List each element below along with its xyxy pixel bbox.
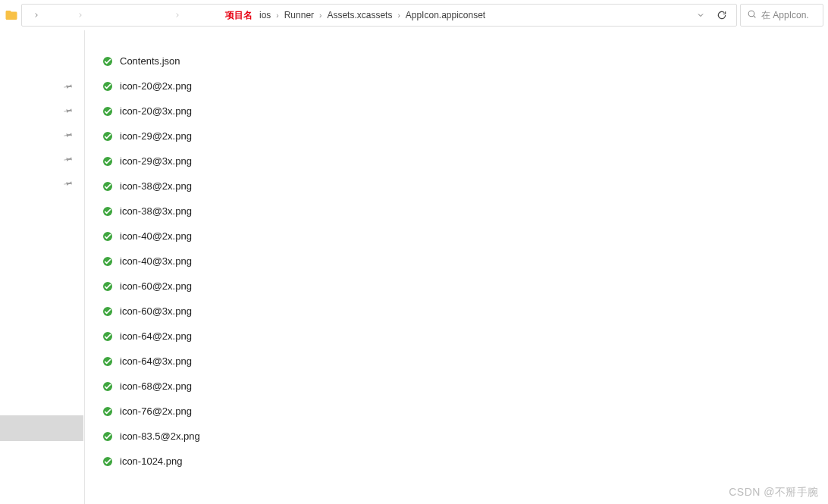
file-row[interactable]: icon-38@2x.png	[100, 174, 828, 199]
file-name: icon-64@2x.png	[120, 330, 192, 342]
file-name: icon-29@2x.png	[120, 130, 192, 142]
sidebar-pinned-item[interactable]	[0, 171, 84, 196]
sync-ok-icon	[102, 305, 114, 318]
search-icon	[747, 9, 757, 21]
file-name: Contents.json	[120, 55, 180, 67]
toolbar: .. 项目名 ios › Runner › Assets.xcassets › …	[0, 0, 828, 30]
file-row[interactable]: icon-60@3x.png	[100, 299, 828, 324]
chevron-right-icon	[75, 5, 86, 26]
chevron-right-icon	[172, 5, 183, 26]
file-row[interactable]: icon-60@2x.png	[100, 274, 828, 299]
pin-icon	[63, 129, 76, 142]
sync-ok-icon	[102, 455, 114, 468]
masked-path-segment: ..	[46, 9, 74, 21]
sidebar-selected-item[interactable]	[0, 415, 83, 441]
search-box[interactable]	[740, 4, 823, 27]
file-row[interactable]: icon-38@3x.png	[100, 199, 828, 224]
file-row[interactable]: icon-83.5@2x.png	[100, 424, 828, 449]
file-name: icon-20@2x.png	[120, 80, 192, 92]
file-row[interactable]: icon-64@2x.png	[100, 324, 828, 349]
address-bar[interactable]: .. 项目名 ios › Runner › Assets.xcassets › …	[21, 4, 737, 27]
breadcrumb-segment[interactable]: ios	[257, 8, 273, 22]
pin-icon	[63, 80, 76, 93]
refresh-icon[interactable]	[712, 5, 732, 26]
chevron-right-icon: ›	[274, 11, 280, 20]
file-row[interactable]: icon-40@3x.png	[100, 249, 828, 274]
chevron-down-icon[interactable]	[691, 5, 710, 26]
file-name: icon-29@3x.png	[120, 155, 192, 167]
search-input[interactable]	[761, 10, 817, 20]
sidebar-pinned-item[interactable]	[0, 99, 84, 123]
file-row[interactable]: Contents.json	[100, 49, 828, 74]
breadcrumb-segment[interactable]: Assets.xcassets	[325, 8, 394, 22]
nav-area: ..	[27, 5, 221, 26]
breadcrumb-segment[interactable]: AppIcon.appiconset	[403, 8, 488, 22]
file-row[interactable]: icon-29@2x.png	[100, 124, 828, 149]
file-list: Contents.jsonicon-20@2x.pngicon-20@3x.pn…	[100, 49, 828, 474]
sync-ok-icon	[102, 130, 114, 142]
file-name: icon-60@3x.png	[120, 305, 192, 317]
sync-ok-icon	[102, 55, 114, 67]
pin-icon	[63, 105, 76, 117]
file-name: icon-64@3x.png	[120, 355, 192, 367]
sidebar	[0, 30, 85, 504]
folder-icon	[5, 8, 18, 22]
file-row[interactable]: icon-20@3x.png	[100, 99, 828, 124]
sync-ok-icon	[102, 280, 114, 293]
sync-ok-icon	[102, 205, 114, 218]
chevron-right-icon: ›	[318, 11, 323, 20]
sync-ok-icon	[102, 380, 114, 393]
file-name: icon-40@3x.png	[120, 255, 192, 267]
sync-ok-icon	[102, 355, 114, 368]
file-row[interactable]: icon-29@3x.png	[100, 149, 828, 174]
sync-ok-icon	[102, 430, 114, 443]
chevron-right-icon[interactable]	[28, 5, 45, 26]
file-row[interactable]: icon-76@2x.png	[100, 399, 828, 424]
breadcrumb-segment[interactable]: Runner	[282, 8, 316, 22]
sync-ok-icon	[102, 180, 114, 193]
file-name: icon-20@3x.png	[120, 105, 192, 117]
sidebar-pinned-item[interactable]	[0, 74, 84, 99]
file-row[interactable]: icon-20@2x.png	[100, 74, 828, 99]
file-pane: Contents.jsonicon-20@2x.pngicon-20@3x.pn…	[85, 30, 828, 504]
file-row[interactable]: icon-64@3x.png	[100, 349, 828, 374]
chevron-right-icon: ›	[396, 11, 401, 20]
file-name: icon-60@2x.png	[120, 280, 192, 292]
file-name: icon-38@2x.png	[120, 180, 192, 192]
sidebar-pinned-item[interactable]	[0, 147, 84, 171]
pin-icon	[63, 177, 76, 190]
file-row[interactable]: icon-68@2x.png	[100, 374, 828, 399]
sync-ok-icon	[102, 155, 114, 167]
file-name: icon-38@3x.png	[120, 205, 192, 217]
pin-icon	[63, 153, 76, 166]
svg-line-1	[754, 16, 755, 17]
sync-ok-icon	[102, 105, 114, 117]
file-row[interactable]: icon-40@2x.png	[100, 224, 828, 249]
file-row[interactable]: icon-1024.png	[100, 449, 828, 474]
sync-ok-icon	[102, 255, 114, 268]
sync-ok-icon	[102, 230, 114, 243]
masked-path-segment	[87, 9, 171, 21]
sync-ok-icon	[102, 405, 114, 418]
masked-path-segment	[184, 9, 221, 21]
file-name: icon-76@2x.png	[120, 405, 192, 417]
svg-point-0	[748, 11, 754, 17]
file-name: icon-83.5@2x.png	[120, 430, 200, 442]
sidebar-pinned-item[interactable]	[0, 123, 84, 147]
sync-ok-icon	[102, 330, 114, 343]
file-name: icon-1024.png	[120, 455, 182, 467]
file-name: icon-68@2x.png	[120, 380, 192, 392]
sync-ok-icon	[102, 80, 114, 92]
annotation-label: 项目名	[222, 9, 256, 22]
file-name: icon-40@2x.png	[120, 230, 192, 242]
